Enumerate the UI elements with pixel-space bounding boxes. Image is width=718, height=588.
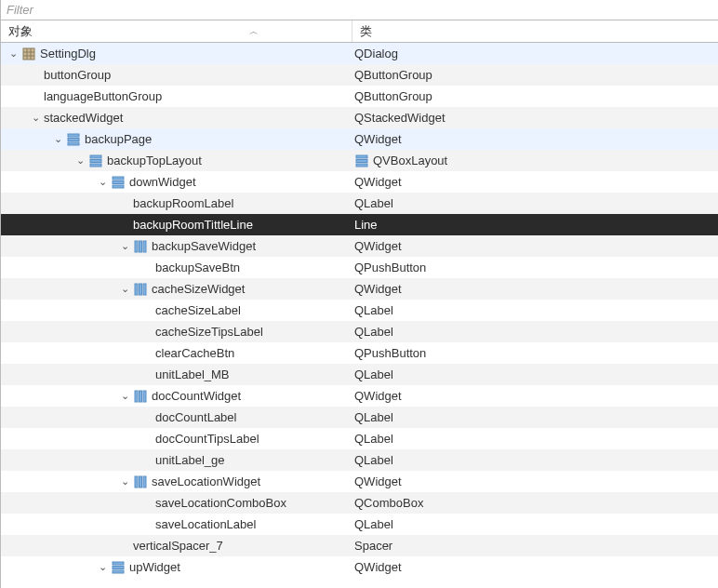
indent — [7, 117, 29, 118]
object-cell: ⌄backupTopLayout — [1, 150, 352, 171]
class-name-label: QLabel — [354, 517, 393, 531]
object-cell: languageButtonGroup — [1, 86, 352, 107]
object-name-label: languageButtonGroup — [44, 89, 162, 103]
object-cell: backupRoomLabel — [1, 193, 352, 214]
indent — [7, 96, 29, 97]
object-cell: saveLocationLabel — [1, 514, 352, 535]
tree-row[interactable]: ⌄upWidgetQWidget — [1, 556, 718, 578]
column-header-row: 对象 ︿ 类 — [1, 20, 718, 43]
object-cell: ⌄cacheSizeWidget — [1, 278, 352, 300]
tree-row[interactable]: backupRoomLabelQLabel — [1, 193, 718, 214]
svg-rect-17 — [135, 241, 138, 252]
class-name-label: QLabel — [354, 196, 393, 210]
object-cell: backupRoomTittleLine — [1, 214, 352, 235]
layout-icon — [111, 560, 126, 575]
tree-row[interactable]: backupRoomTittleLineLine — [1, 214, 718, 235]
class-name-label: QLabel — [354, 303, 393, 317]
svg-rect-0 — [23, 48, 34, 60]
chevron-down-icon[interactable]: ⌄ — [29, 112, 42, 125]
class-cell: QComboBox — [352, 492, 718, 514]
class-name-label: QPushButton — [354, 346, 426, 360]
object-cell: ⌄SettingDlg — [1, 43, 352, 64]
tree-row[interactable]: verticalSpacer_7Spacer — [1, 535, 718, 556]
svg-rect-31 — [113, 570, 124, 573]
column-header-class[interactable]: 类 — [352, 20, 718, 42]
indent — [7, 310, 140, 311]
indent — [7, 374, 140, 375]
class-cell: QWidget — [352, 556, 718, 578]
hbox-icon — [133, 389, 148, 404]
class-name-label: QPushButton — [354, 261, 426, 274]
object-cell: docCountTipsLabel — [1, 428, 352, 449]
object-cell: ⌄downWidget — [1, 171, 352, 193]
object-cell: ⌄upWidget — [1, 556, 352, 578]
grid-icon — [21, 47, 36, 61]
class-cell: QVBoxLayout — [352, 150, 718, 171]
chevron-down-icon[interactable]: ⌄ — [73, 154, 86, 167]
hbox-icon — [133, 239, 148, 254]
tree-row[interactable]: ⌄docCountWidgetQWidget — [1, 385, 718, 407]
class-cell: Spacer — [352, 535, 718, 556]
class-cell: QLabel — [352, 449, 718, 471]
tree-row[interactable]: cacheSizeLabelQLabel — [1, 300, 718, 321]
tree-row[interactable]: ⌄cacheSizeWidgetQWidget — [1, 278, 718, 300]
tree-row[interactable]: ⌄backupPageQWidget — [1, 128, 718, 150]
class-cell: QLabel — [352, 407, 718, 428]
tree-row[interactable]: saveLocationLabelQLabel — [1, 514, 718, 535]
svg-rect-5 — [68, 134, 79, 137]
tree-row[interactable]: ⌄backupTopLayoutQVBoxLayout — [1, 150, 718, 171]
indent — [7, 288, 118, 289]
chevron-down-icon[interactable]: ⌄ — [51, 133, 64, 146]
class-name-label: QStackedWidget — [354, 111, 445, 125]
tree-row[interactable]: clearCacheBtnQPushButton — [1, 342, 718, 364]
chevron-down-icon[interactable]: ⌄ — [118, 475, 131, 488]
tree-row[interactable]: ⌄saveLocationWidgetQWidget — [1, 471, 718, 492]
tree-row[interactable]: ⌄SettingDlgQDialog — [1, 43, 718, 64]
tree-row[interactable]: ⌄backupSaveWidgetQWidget — [1, 235, 718, 257]
chevron-down-icon[interactable]: ⌄ — [7, 47, 20, 60]
class-name-label: QWidget — [354, 474, 402, 488]
tree-row[interactable]: buttonGroupQButtonGroup — [1, 64, 718, 86]
object-name-label: stackedWidget — [44, 111, 123, 125]
chevron-down-icon[interactable]: ⌄ — [96, 561, 109, 574]
tree-row[interactable]: ⌄stackedWidgetQStackedWidget — [1, 107, 718, 128]
tree-row[interactable]: backupSaveBtnQPushButton — [1, 257, 718, 278]
tree-row[interactable]: docCountTipsLabelQLabel — [1, 428, 718, 449]
svg-rect-19 — [143, 241, 146, 252]
object-name-label: buttonGroup — [44, 68, 111, 82]
tree-row[interactable]: unitLabel_MBQLabel — [1, 364, 718, 385]
chevron-down-icon[interactable]: ⌄ — [118, 240, 131, 253]
tree-row[interactable]: ⌄downWidgetQWidget — [1, 171, 718, 193]
object-name-label: backupSaveBtn — [155, 261, 240, 274]
svg-rect-26 — [135, 476, 138, 488]
object-name-label: unitLabel_MB — [155, 368, 230, 381]
object-name-label: backupTopLayout — [107, 154, 202, 167]
chevron-down-icon[interactable]: ⌄ — [118, 283, 131, 296]
tree-row[interactable]: cacheSizeTipsLabelQLabel — [1, 321, 718, 342]
class-name-label: QButtonGroup — [354, 89, 432, 103]
tree-row[interactable]: docCountLabelQLabel — [1, 407, 718, 428]
object-tree[interactable]: ⌄SettingDlgQDialogbuttonGroupQButtonGrou… — [1, 43, 718, 578]
column-header-object[interactable]: 对象 ︿ — [1, 20, 352, 42]
class-cell: QPushButton — [352, 257, 718, 278]
tree-row[interactable]: unitLabel_geQLabel — [1, 449, 718, 471]
indent — [7, 139, 51, 140]
tree-row[interactable]: saveLocationComboBoxQComboBox — [1, 492, 718, 514]
class-cell: QWidget — [352, 278, 718, 300]
object-name-label: cacheSizeTipsLabel — [155, 325, 263, 339]
object-cell: unitLabel_MB — [1, 364, 352, 385]
indent — [7, 417, 140, 418]
chevron-down-icon[interactable]: ⌄ — [96, 176, 109, 189]
class-cell: QDialog — [352, 43, 718, 64]
class-name-label: Line — [354, 218, 378, 232]
chevron-down-icon[interactable]: ⌄ — [118, 390, 131, 403]
class-name-label: QLabel — [354, 325, 393, 339]
class-cell: QWidget — [352, 385, 718, 407]
class-cell: QLabel — [352, 193, 718, 214]
class-name-label: QLabel — [354, 453, 393, 467]
tree-row[interactable]: languageButtonGroupQButtonGroup — [1, 86, 718, 107]
svg-rect-20 — [135, 284, 138, 295]
object-name-label: backupRoomTittleLine — [133, 218, 253, 232]
layout-icon — [354, 154, 369, 168]
filter-input[interactable] — [1, 0, 718, 20]
